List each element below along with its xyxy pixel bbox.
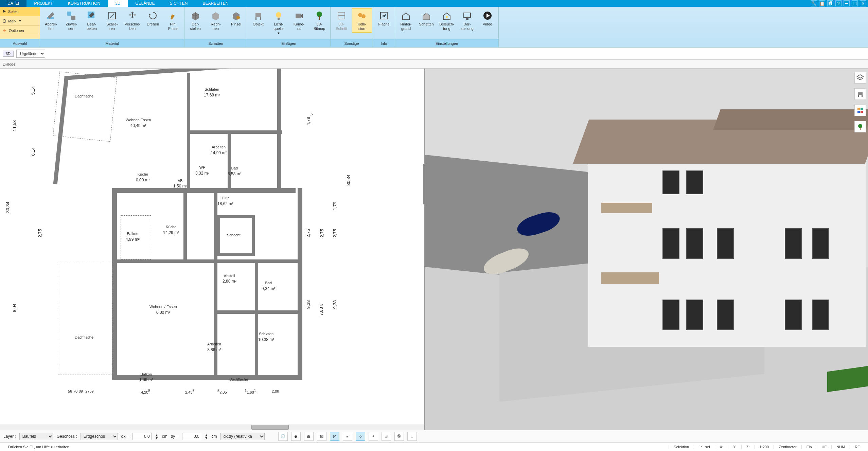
svg-rect-30 — [861, 111, 863, 113]
status-ein: Ein — [801, 445, 817, 449]
flaeche-button[interactable]: m²Fläche — [374, 8, 394, 28]
room-kueche2: Küche — [166, 225, 176, 229]
layers-toggle-icon[interactable]: ▧ — [317, 432, 326, 441]
room-balkon2: Balkon — [141, 372, 152, 376]
abgreifen-button[interactable]: Abgrei- fen — [41, 8, 61, 33]
status-selektion: Selektion — [669, 445, 694, 449]
drehen-button[interactable]: Drehen — [143, 8, 163, 28]
layer-select[interactable]: Urgelände — [16, 50, 45, 58]
menu-bearbeiten[interactable]: BEARBEITEN — [195, 0, 236, 7]
dx-down-icon[interactable]: ▼ — [155, 436, 159, 439]
snap-intersect-icon[interactable]: ✦ — [369, 432, 378, 441]
minimize-icon[interactable]: ━ — [844, 0, 850, 6]
play-icon — [482, 10, 493, 21]
calc-cube-icon — [210, 10, 221, 21]
snap-angle-icon[interactable]: ◸ — [330, 432, 339, 441]
group-label-einfuegen: Einfügen — [247, 39, 330, 47]
gear-icon — [2, 19, 7, 23]
monitor-icon — [462, 10, 473, 21]
ribbon: Selekt Mark.▾ ＋ Optionen Auswahl Abgrei-… — [0, 7, 868, 48]
ribbon-group-schatten: Dar- stellen Rech- nen Pinsel Schatten — [184, 7, 247, 47]
close-icon[interactable]: ✕ — [860, 0, 866, 6]
svg-rect-22 — [466, 18, 468, 20]
scale-icon — [107, 10, 118, 21]
svg-rect-26 — [862, 95, 863, 97]
rechnen-button[interactable]: Rech- nen — [206, 8, 226, 33]
plants-panel-icon[interactable] — [854, 121, 866, 132]
dy-down-icon[interactable]: ▼ — [205, 436, 208, 439]
video-button[interactable]: Video — [477, 8, 498, 28]
3dbitmap-button[interactable]: 3D- Bitmap — [309, 8, 330, 33]
dim-4-78: 4,78 — [306, 117, 311, 125]
status-num: NUM — [831, 445, 850, 449]
schatten-settings-button[interactable]: Schatten — [416, 8, 437, 28]
options-button[interactable]: ＋ Optionen — [0, 26, 40, 35]
hinpinsel-button[interactable]: Hin. Pinsel — [163, 8, 183, 33]
licht-button[interactable]: Licht- quelle▾ — [268, 8, 289, 37]
kollision-button[interactable]: Kolli- sion — [352, 8, 372, 33]
room-arbeiten1: Arbeiten — [212, 145, 226, 149]
snap-parallel-icon[interactable]: ≡ — [343, 432, 352, 441]
dim-30-34-l: 30,34 — [5, 202, 10, 213]
dx-input[interactable] — [132, 433, 152, 440]
clock-icon[interactable]: 🕘 — [278, 432, 288, 441]
scrollbar-thumb[interactable] — [251, 425, 289, 430]
menu-gelaende[interactable]: GELÄNDE — [128, 0, 162, 7]
status-uf: UF — [817, 445, 832, 449]
verschieben-button[interactable]: Verschie- ben — [122, 8, 143, 33]
record-icon[interactable]: ⏺ — [291, 432, 301, 441]
mark-button[interactable]: Mark.▾ — [0, 16, 40, 26]
menu-datei[interactable]: DATEI — [0, 0, 26, 7]
help-icon[interactable]: ? — [835, 0, 842, 6]
dim-2-75-r2: 2,75 — [319, 229, 324, 237]
menu-konstruktion[interactable]: KONSTRUKTION — [60, 0, 108, 7]
snap-plane-icon[interactable]: ◇ — [356, 432, 365, 441]
house-shadow-icon — [421, 10, 432, 21]
layers-panel-icon[interactable] — [854, 72, 866, 84]
select-button[interactable]: Selekt — [0, 7, 40, 16]
beleuchtung-button[interactable]: Beleuch- tung — [437, 8, 457, 33]
menu-sichten[interactable]: SICHTEN — [162, 0, 195, 7]
menu-projekt[interactable]: PROJEKT — [26, 0, 60, 7]
chevron-down-icon: ▾ — [19, 19, 21, 23]
bearbeiten-button[interactable]: Bear- beiten — [82, 8, 102, 33]
svg-rect-7 — [255, 13, 261, 17]
north-icon[interactable]: Ⓝ — [394, 432, 404, 441]
3dschnitt-button[interactable]: 3D- Schnitt — [331, 8, 352, 33]
tool-clipboard-icon[interactable]: 📋 — [819, 0, 825, 6]
dim-1-79: 1,79 — [332, 202, 337, 210]
layer-dropdown[interactable]: Baufeld — [19, 433, 53, 440]
tool-wrench-icon[interactable]: 🔧 — [811, 0, 817, 6]
materials-panel-icon[interactable] — [854, 105, 866, 116]
darstellen-button[interactable]: Dar- stellen — [185, 8, 206, 33]
house-icon — [401, 10, 411, 21]
room-dachflaeche1: Dachfläche — [75, 94, 93, 98]
tool-doc-icon[interactable]: 🗐 — [827, 0, 833, 6]
furniture-panel-icon[interactable] — [854, 88, 866, 100]
kamera-button[interactable]: Kame- ra — [289, 8, 309, 33]
dim-2-75-r1: 2,75 — [306, 229, 311, 237]
horizontal-scrollbar[interactable] — [0, 424, 424, 430]
objekt-button[interactable]: Objekt — [248, 8, 268, 28]
text-cursor-icon[interactable]: Ꮖ — [407, 432, 417, 441]
print-icon[interactable]: 🖶 — [304, 432, 314, 441]
room-kueche1: Küche — [138, 172, 148, 176]
zuweisen-button[interactable]: Zuwei- sen — [61, 8, 82, 33]
status-x: X: — [715, 445, 728, 449]
status-z: Z: — [741, 445, 755, 449]
coord-mode-dropdown[interactable]: dx,dy (relativ ka — [220, 433, 265, 440]
skalieren-button[interactable]: Skalie- ren — [102, 8, 122, 33]
dy-input[interactable] — [182, 433, 201, 440]
darstellung-button[interactable]: Dar- stellung — [457, 8, 477, 33]
floorplan-viewport[interactable]: Dachfläche Wohnen Essen40,49 m² Schlafen… — [0, 69, 425, 430]
grid-icon[interactable]: ⊞ — [382, 432, 391, 441]
pinsel-button[interactable]: Pinsel — [226, 8, 246, 28]
dx-label: dx = — [121, 434, 129, 439]
3d-viewport[interactable] — [425, 69, 868, 430]
geschoss-dropdown[interactable]: Erdgeschos — [81, 433, 118, 440]
paint-icon — [231, 10, 242, 21]
svg-rect-25 — [858, 95, 859, 97]
menu-3d[interactable]: 3D — [108, 0, 128, 7]
hintergrund-button[interactable]: Hinter- grund — [396, 8, 416, 33]
maximize-icon[interactable]: ☐ — [852, 0, 858, 6]
